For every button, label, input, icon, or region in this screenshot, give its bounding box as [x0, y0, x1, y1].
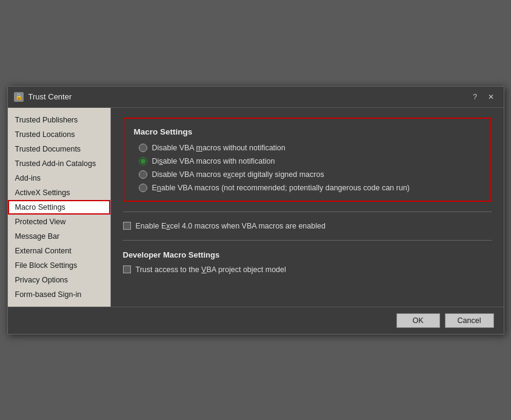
macro-settings-title: Macro Settings: [134, 127, 481, 136]
radio-label-4: Enable VBA macros (not recommended; pote…: [152, 184, 410, 192]
vba-access-checkbox-row[interactable]: Trust access to the VBA project object m…: [123, 265, 492, 274]
sidebar-item-add-ins[interactable]: Add-ins: [8, 171, 110, 185]
radio-label-1: Disable VBA macros without notification: [152, 144, 286, 152]
developer-title: Developer Macro Settings: [123, 250, 492, 259]
radio-disable-notify[interactable]: Disable VBA macros with notification: [139, 157, 481, 165]
radio-group: Disable VBA macros without notification …: [139, 144, 481, 192]
radio-disable-no-notify[interactable]: Disable VBA macros without notification: [139, 144, 481, 152]
macro-settings-box: Macro Settings Disable VBA macros withou…: [123, 118, 492, 202]
radio-enable-all[interactable]: Enable VBA macros (not recommended; pote…: [139, 184, 481, 192]
dialog-icon: 🔒: [14, 92, 24, 102]
vba-access-checkbox[interactable]: [123, 265, 131, 273]
sidebar-item-trusted-publishers[interactable]: Trusted Publishers: [8, 113, 110, 127]
radio-disable-except-signed[interactable]: Disable VBA macros except digitally sign…: [139, 170, 481, 179]
close-button[interactable]: ✕: [484, 90, 498, 104]
title-bar-left: 🔒 Trust Center: [14, 92, 72, 102]
radio-circle-4: [139, 184, 147, 192]
dialog-body: Trusted Publishers Trusted Locations Tru…: [8, 108, 504, 307]
vba-access-label: Trust access to the VBA project object m…: [136, 265, 286, 274]
radio-circle-3: [139, 170, 147, 179]
radio-circle-1: [139, 144, 147, 152]
excel-macro-checkbox[interactable]: [123, 222, 131, 230]
separator-1: [123, 212, 492, 212]
dialog-footer: OK Cancel: [8, 307, 504, 334]
ok-button[interactable]: OK: [396, 313, 440, 328]
sidebar: Trusted Publishers Trusted Locations Tru…: [8, 108, 111, 307]
cancel-button[interactable]: Cancel: [445, 313, 494, 328]
developer-section: Developer Macro Settings Trust access to…: [123, 250, 492, 274]
separator-2: [123, 240, 492, 241]
sidebar-item-file-block-settings[interactable]: File Block Settings: [8, 258, 110, 273]
sidebar-item-protected-view[interactable]: Protected View: [8, 215, 110, 229]
radio-label-2: Disable VBA macros with notification: [152, 157, 275, 165]
radio-circle-2: [139, 157, 147, 165]
main-content: Macro Settings Disable VBA macros withou…: [111, 108, 504, 307]
title-bar: 🔒 Trust Center ? ✕: [8, 87, 504, 108]
sidebar-item-trusted-add-in-catalogs[interactable]: Trusted Add-in Catalogs: [8, 156, 110, 171]
title-bar-buttons: ? ✕: [469, 90, 498, 104]
sidebar-item-trusted-locations[interactable]: Trusted Locations: [8, 127, 110, 142]
dialog-title: Trust Center: [28, 92, 72, 101]
sidebar-item-privacy-options[interactable]: Privacy Options: [8, 273, 110, 287]
excel-macro-label: Enable Excel 4.0 macros when VBA macros …: [136, 222, 326, 230]
sidebar-item-form-based-sign-in[interactable]: Form-based Sign-in: [8, 287, 110, 302]
sidebar-item-message-bar[interactable]: Message Bar: [8, 229, 110, 244]
sidebar-item-external-content[interactable]: External Content: [8, 244, 110, 258]
sidebar-item-activex-settings[interactable]: ActiveX Settings: [8, 185, 110, 200]
excel-macro-checkbox-row[interactable]: Enable Excel 4.0 macros when VBA macros …: [123, 222, 492, 230]
help-button[interactable]: ?: [469, 90, 482, 104]
sidebar-item-macro-settings[interactable]: Macro Settings: [8, 200, 110, 215]
radio-label-3: Disable VBA macros except digitally sign…: [152, 170, 324, 179]
sidebar-item-trusted-documents[interactable]: Trusted Documents: [8, 142, 110, 156]
trust-center-dialog: 🔒 Trust Center ? ✕ Trusted Publishers Tr…: [7, 86, 504, 335]
